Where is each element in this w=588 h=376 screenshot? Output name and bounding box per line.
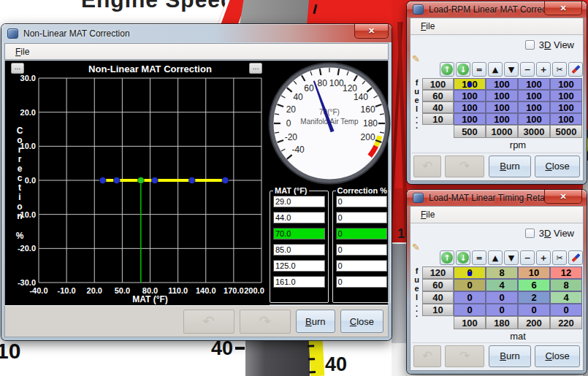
mat-bin-input[interactable] — [273, 276, 325, 288]
decrease-all-button[interactable]: ▼ — [504, 250, 519, 265]
table-cell[interactable]: 4 — [486, 279, 518, 291]
table-cell[interactable]: 8 — [550, 279, 582, 291]
data-point[interactable] — [222, 177, 229, 184]
increment-button[interactable]: + — [536, 250, 551, 265]
scroll-up-button[interactable]: ↑ — [440, 250, 454, 265]
file-menu[interactable]: File — [416, 20, 439, 32]
increment-button[interactable]: + — [536, 62, 551, 77]
row-header[interactable]: 10 — [422, 113, 454, 125]
file-menu[interactable]: File — [416, 209, 439, 220]
table-cell[interactable]: 100 — [550, 90, 582, 101]
titlebar[interactable]: Non-Linear MAT Correction ✕ — [1, 24, 392, 42]
mat-bin-input[interactable] — [273, 196, 325, 207]
column-header[interactable]: 500 — [454, 125, 486, 138]
row-header[interactable]: 120 — [422, 266, 454, 279]
row-header[interactable]: 60 — [422, 90, 454, 101]
table-cell[interactable]: 100 — [454, 78, 486, 90]
undo-button[interactable]: ↶ — [413, 156, 441, 177]
table-cell[interactable]: 0 — [518, 304, 550, 316]
edit-pen-button[interactable] — [568, 62, 583, 77]
correction-bin-input[interactable] — [336, 212, 388, 223]
increase-all-button[interactable]: ▲ — [488, 62, 503, 77]
set-value-button[interactable]: = — [472, 62, 486, 77]
table-cell[interactable]: 10 — [518, 266, 550, 279]
3d-view-label[interactable]: 3D View — [539, 228, 574, 239]
table-cell[interactable]: 100 — [518, 113, 550, 125]
column-header[interactable]: 200 — [518, 316, 550, 329]
file-menu[interactable]: File — [11, 46, 34, 58]
decrease-all-button[interactable]: ▼ — [504, 62, 519, 77]
row-header[interactable]: 10 — [422, 304, 454, 316]
mat-bin-input[interactable] — [273, 228, 325, 239]
scroll-down-button[interactable]: ↓ — [456, 250, 470, 265]
table-cell[interactable]: 12 — [550, 266, 582, 279]
column-header[interactable]: 5000 — [550, 125, 582, 138]
set-value-button[interactable]: = — [472, 250, 486, 265]
row-header[interactable]: 40 — [422, 101, 454, 113]
table-cell[interactable]: 100 — [454, 113, 486, 125]
table-cell[interactable]: 0 — [486, 291, 518, 304]
3d-view-checkbox[interactable] — [525, 40, 535, 50]
column-header[interactable]: 180 — [486, 316, 518, 329]
table-cell[interactable]: 100 — [486, 113, 518, 125]
axis-settings-button-left[interactable]: ... — [11, 63, 24, 74]
table-cell[interactable]: 100 — [550, 113, 582, 125]
undo-button[interactable]: ↶ — [183, 310, 234, 334]
burn-button[interactable]: Burn — [489, 345, 531, 367]
decrement-button[interactable]: − — [520, 62, 535, 77]
table-cell[interactable]: 100 — [486, 90, 518, 101]
burn-button[interactable]: Burn — [296, 310, 335, 333]
selected-data-point[interactable] — [137, 177, 144, 184]
mat-correction-chart[interactable]: Non-Linear MAT Correction-40.0-10.020.05… — [5, 61, 270, 305]
row-header[interactable]: 60 — [422, 279, 454, 291]
column-header[interactable]: 3000 — [518, 125, 550, 138]
redo-button[interactable]: ↷ — [445, 345, 484, 367]
correction-bin-input[interactable] — [336, 228, 388, 239]
table-cell[interactable]: 0 — [486, 304, 518, 316]
scroll-down-button[interactable]: ↓ — [456, 62, 470, 77]
increase-all-button[interactable]: ▲ — [488, 250, 503, 265]
close-button[interactable]: Close — [535, 156, 580, 177]
redo-button[interactable]: ↷ — [445, 156, 484, 177]
table-cell[interactable]: 100 — [550, 78, 582, 90]
table-cell[interactable]: 0 — [454, 291, 486, 304]
mat-bin-input[interactable] — [273, 260, 325, 272]
redo-button[interactable]: ↷ — [240, 310, 291, 334]
correction-bin-input[interactable] — [336, 244, 388, 256]
data-point[interactable] — [188, 177, 195, 184]
row-header[interactable]: 40 — [422, 291, 454, 304]
column-header[interactable]: 1000 — [486, 125, 518, 138]
close-button[interactable]: ✕ — [544, 1, 582, 15]
table-cell[interactable]: 100 — [518, 90, 550, 101]
3d-view-checkbox[interactable] — [525, 229, 535, 238]
table-cell[interactable]: 100 — [454, 90, 486, 101]
row-header[interactable]: 100 — [422, 78, 454, 90]
mat-bin-input[interactable] — [273, 244, 325, 256]
burn-button[interactable]: Burn — [489, 156, 531, 177]
table-cell[interactable]: 6 — [518, 279, 550, 291]
axis-settings-button-right[interactable]: ... — [249, 63, 262, 74]
data-point[interactable] — [99, 177, 106, 184]
table-cell[interactable]: 100 — [486, 78, 518, 90]
decrement-button[interactable]: − — [520, 250, 535, 265]
correction-bin-input[interactable] — [336, 260, 388, 272]
scroll-up-button[interactable]: ↑ — [440, 62, 454, 77]
close-button[interactable]: ✕ — [354, 24, 389, 39]
column-header[interactable]: 220 — [550, 316, 582, 329]
table-cell[interactable]: 100 — [454, 101, 486, 113]
table-cell[interactable]: 0 — [454, 279, 486, 291]
3d-view-label[interactable]: 3D View — [539, 39, 574, 50]
data-point[interactable] — [151, 177, 158, 184]
titlebar[interactable]: Load-RPM Linear MAT Correc... ✕ — [407, 1, 587, 18]
mat-bin-input[interactable] — [273, 212, 325, 223]
table-cell[interactable]: 2 — [518, 291, 550, 304]
table-cell[interactable]: 100 — [518, 101, 550, 113]
undo-button[interactable]: ↶ — [413, 345, 441, 367]
data-point[interactable] — [113, 177, 120, 184]
close-button[interactable]: Close — [535, 345, 580, 367]
table-cell[interactable]: 0 — [454, 304, 486, 316]
table-cell[interactable]: 4 — [550, 291, 582, 304]
titlebar[interactable]: Load-MAT Linear Timing Reta... ✕ — [407, 190, 587, 206]
close-button[interactable]: Close — [340, 310, 383, 333]
table-cell[interactable]: 8 — [486, 266, 518, 279]
